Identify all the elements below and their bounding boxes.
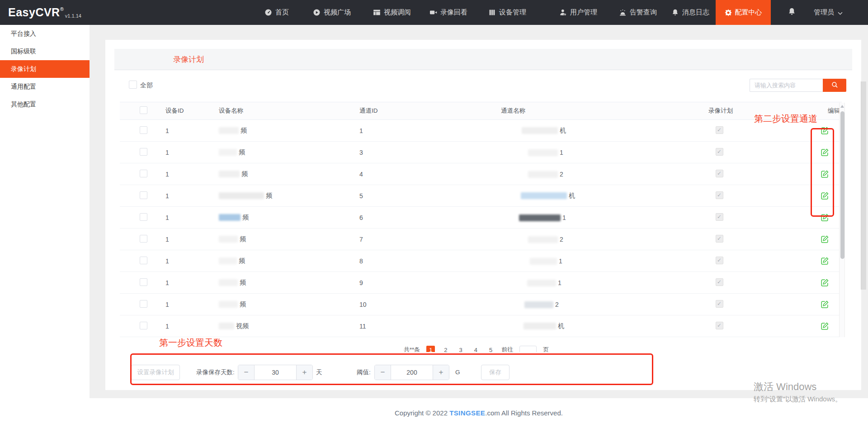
row-checkbox[interactable] (140, 148, 147, 156)
search-input[interactable] (750, 79, 823, 92)
record-plan-checkbox[interactable] (716, 322, 723, 329)
save-button[interactable]: 保存 (481, 365, 509, 380)
device-name-suffix: 频 (239, 257, 245, 264)
edit-icon[interactable] (821, 126, 829, 135)
row-checkbox[interactable] (140, 213, 147, 221)
channel-name-suffix: 机 (569, 192, 575, 199)
edit-icon[interactable] (821, 213, 829, 222)
record-plan-checkbox[interactable] (716, 213, 723, 221)
edit-icon[interactable] (821, 191, 829, 200)
channel-name-cell: 1 (494, 214, 708, 221)
page-jump-input[interactable] (519, 346, 537, 352)
threshold-value-input[interactable] (391, 365, 433, 380)
page-number[interactable]: 5 (486, 346, 495, 352)
device-name-suffix: 频 (240, 300, 246, 308)
header-checkbox[interactable] (140, 106, 147, 114)
panel-title: 录像计划 (173, 49, 852, 70)
redacted-text (219, 149, 237, 156)
row-checkbox[interactable] (140, 170, 147, 177)
table-header-row: 设备ID 设备名称 通道ID 通道名称 录像计划 编辑 (120, 102, 842, 120)
edit-icon[interactable] (821, 170, 829, 178)
pagination-clipped: 共**条 1 2 3 4 5 前往 页 (404, 346, 648, 352)
device-id-cell: 1 (154, 323, 212, 330)
nav-item-message-log[interactable]: 消息日志 (671, 0, 709, 25)
row-checkbox[interactable] (140, 126, 147, 134)
registered-mark: ® (60, 6, 64, 12)
sidebar-item-other-config[interactable]: 其他配置 (0, 95, 90, 113)
device-name-suffix: 频 (240, 235, 246, 243)
record-plan-checkbox[interactable] (716, 126, 723, 134)
record-plan-checkbox[interactable] (716, 300, 723, 308)
threshold-increment-button[interactable]: + (433, 365, 449, 380)
search-button[interactable] (823, 79, 846, 92)
page-number[interactable]: 1 (426, 346, 435, 352)
select-all-checkbox[interactable] (129, 81, 137, 89)
record-plan-checkbox[interactable] (716, 257, 723, 264)
nav-item-user-manage[interactable]: 用户管理 (559, 0, 597, 25)
row-checkbox[interactable] (140, 322, 147, 329)
row-checkbox[interactable] (140, 257, 147, 264)
nav-item-device-manage[interactable]: 设备管理 (488, 0, 526, 25)
sidebar-item-general-config[interactable]: 通用配置 (0, 78, 90, 95)
threshold-unit-label: G (455, 365, 460, 380)
channels-table: 设备ID 设备名称 通道ID 通道名称 录像计划 编辑 1 频 1 机 1 频 (120, 102, 842, 337)
channel-name-suffix: 2 (560, 171, 563, 178)
nav-label: 设备管理 (499, 8, 526, 17)
nav-item-video-plaza[interactable]: 视频广场 (313, 0, 351, 25)
record-plan-checkbox[interactable] (716, 170, 723, 177)
threshold-stepper: − + (374, 365, 449, 380)
nav-item-config-center[interactable]: 配置中心 (716, 0, 771, 25)
sidebar-item-gb-cascade[interactable]: 国标级联 (0, 43, 90, 60)
copyright-suffix: .com All Rights Reserved. (485, 409, 563, 417)
device-name-cell: 频 (212, 191, 353, 200)
footer: Copyright © 2022 TSINGSEE.com All Rights… (90, 398, 868, 424)
days-decrement-button[interactable]: − (238, 365, 255, 380)
notification-bell-button[interactable] (788, 0, 796, 25)
channel-name-cell: 1 (494, 279, 708, 286)
table-scrollbar-thumb[interactable] (840, 111, 844, 259)
edit-icon[interactable] (821, 235, 829, 243)
device-id-cell: 1 (154, 257, 212, 265)
row-checkbox[interactable] (140, 235, 147, 243)
edit-icon[interactable] (821, 300, 829, 309)
channel-name-suffix: 1 (559, 257, 562, 265)
nav-item-playback[interactable]: 录像回看 (429, 0, 467, 25)
sidebar-item-record-plan[interactable]: 录像计划 (0, 60, 90, 78)
sidebar-item-platform-access[interactable]: 平台接入 (0, 25, 90, 43)
record-plan-checkbox[interactable] (716, 278, 723, 286)
channel-name-suffix: 1 (558, 279, 561, 286)
nav-item-home[interactable]: 首页 (264, 0, 289, 25)
edit-icon[interactable] (821, 278, 829, 287)
device-id-cell: 1 (154, 279, 212, 286)
nav-item-alarm-query[interactable]: 告警查询 (619, 0, 657, 25)
row-checkbox[interactable] (140, 278, 147, 286)
channel-name-suffix: 机 (560, 127, 566, 134)
edit-icon[interactable] (821, 257, 829, 265)
dashboard-icon (264, 9, 272, 16)
user-menu[interactable]: 管理员 (814, 0, 843, 25)
channel-id-cell: 6 (353, 214, 494, 221)
video-camera-icon (429, 9, 437, 16)
set-record-plan-button[interactable]: 设置录像计划 (131, 365, 180, 380)
redacted-text (530, 258, 557, 265)
days-value-input[interactable] (255, 365, 296, 380)
chevron-down-icon (838, 9, 843, 16)
channel-id-cell: 8 (353, 257, 494, 265)
page-number[interactable]: 2 (441, 346, 450, 352)
edit-icon[interactable] (821, 322, 829, 330)
record-plan-checkbox[interactable] (716, 235, 723, 243)
page-number[interactable]: 4 (472, 346, 480, 352)
days-increment-button[interactable]: + (296, 365, 312, 380)
nav-item-video-review[interactable]: 视频调阅 (373, 0, 411, 25)
threshold-decrement-button[interactable]: − (375, 365, 391, 380)
row-checkbox[interactable] (140, 191, 147, 199)
page-scrollbar-thumb[interactable] (861, 81, 866, 290)
col-header-channel-name: 通道名称 (494, 107, 708, 115)
scroll-up-arrow-icon[interactable] (840, 105, 844, 108)
page-number[interactable]: 3 (457, 346, 465, 352)
row-checkbox[interactable] (140, 300, 147, 308)
channel-name-suffix: 2 (555, 301, 559, 308)
edit-icon[interactable] (821, 148, 829, 157)
record-plan-checkbox[interactable] (716, 148, 723, 156)
record-plan-checkbox[interactable] (716, 191, 723, 199)
